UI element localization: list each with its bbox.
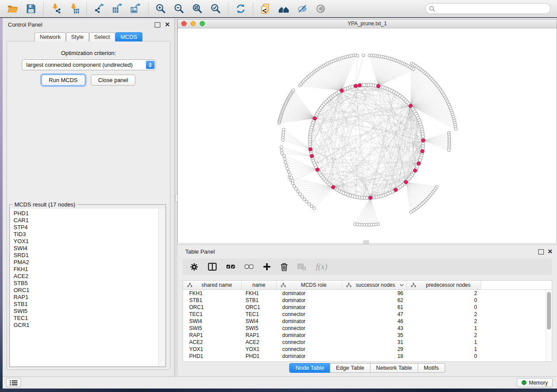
cell-name: SWI5 — [242, 325, 277, 332]
birds-eye-view-button[interactable] — [312, 2, 329, 16]
cell-mcds-role: connector — [277, 346, 342, 353]
export-table-button[interactable] — [109, 2, 126, 16]
select-all-button[interactable] — [226, 264, 235, 269]
mcds-result-item[interactable]: STB1 — [14, 301, 165, 308]
run-mcds-button[interactable]: Run MCDS — [42, 75, 85, 86]
criterion-select[interactable]: largest connected component (undirected) — [22, 59, 156, 70]
network-document-button[interactable] — [257, 2, 274, 16]
cell-mcds-role: dominator — [277, 353, 342, 360]
export-image-button[interactable] — [128, 2, 144, 16]
zoom-fit-button[interactable] — [189, 2, 206, 16]
result-list-scrollbar[interactable] — [158, 209, 165, 366]
network-window-title: YPA_prune.txt_1 — [178, 21, 557, 27]
table-row[interactable]: YOX1YOX1connector291 — [183, 346, 546, 353]
tab-motifs[interactable]: Motifs — [418, 363, 445, 373]
mcds-result-item[interactable]: SRD1 — [14, 252, 165, 259]
float-panel-icon[interactable] — [155, 22, 160, 28]
cell-mcds-role: dominator — [277, 318, 342, 325]
mcds-result-item[interactable]: PHD1 — [14, 210, 165, 217]
mcds-result-item[interactable]: FKH1 — [14, 266, 165, 273]
delete-table-button[interactable] — [298, 263, 306, 271]
eye-icon — [315, 3, 326, 14]
close-panel-icon[interactable]: ✕ — [165, 22, 170, 27]
add-row-button[interactable] — [263, 263, 271, 271]
show-columns-button[interactable] — [208, 263, 217, 271]
column-header-name[interactable]: name — [242, 281, 277, 289]
cell-name: YOX1 — [242, 346, 277, 353]
mcds-result-item[interactable]: TID3 — [14, 231, 165, 238]
tab-node-table[interactable]: Node Table — [289, 363, 330, 373]
table-row[interactable]: ACE2ACE2connector311 — [183, 339, 546, 346]
table-row[interactable]: ORC1ORC1dominator610 — [183, 304, 546, 311]
mcds-result-item[interactable]: SWI5 — [14, 308, 165, 315]
mcds-result-item[interactable]: TEC1 — [14, 315, 165, 322]
panel-list-button[interactable] — [6, 378, 21, 387]
save-session-button[interactable] — [23, 2, 39, 16]
mcds-result-item[interactable]: GCR1 — [14, 322, 165, 329]
import-network-button[interactable] — [48, 2, 64, 16]
export-network-icon — [93, 3, 105, 14]
node-table: shared name name MCDS role successor nod… — [183, 280, 552, 362]
tab-select[interactable]: Select — [89, 32, 115, 41]
export-image-icon — [130, 3, 142, 14]
scrollbar-thumb[interactable] — [547, 292, 551, 330]
hierarchy-icon — [346, 283, 351, 287]
cell-predecessor-nodes: 2 — [407, 318, 481, 325]
mcds-result-item[interactable]: PMA2 — [14, 259, 165, 266]
mcds-result-item[interactable]: CAR1 — [14, 217, 165, 224]
network-canvas[interactable] — [178, 28, 557, 243]
table-row[interactable]: FKH1FKH1dominator962 — [183, 290, 546, 297]
mcds-result-list[interactable]: PHD1CAR1STP4TID3YOX1SWI4SRD1PMA2FKH1ACE2… — [10, 209, 165, 366]
table-row[interactable]: TEC1TEC1connector472 — [183, 311, 546, 318]
table-row[interactable]: RAP1RAP1dominator352 — [183, 332, 546, 339]
column-header-shared-name[interactable]: shared name — [183, 281, 242, 289]
function-builder-button[interactable]: f(x) — [316, 262, 327, 272]
gear-icon — [190, 263, 198, 271]
export-network-button[interactable] — [91, 2, 107, 16]
tab-style[interactable]: Style — [66, 32, 89, 41]
toggle-graphics-details-button[interactable] — [294, 2, 311, 16]
close-panel-button[interactable]: Close panel — [91, 75, 136, 86]
table-row[interactable]: SWI4SWI4dominator462 — [183, 318, 546, 325]
network-window-titlebar[interactable]: YPA_prune.txt_1 — [178, 20, 557, 28]
table-row[interactable]: PHD1PHD1dominator180 — [183, 353, 546, 360]
memory-button[interactable]: Memory — [517, 378, 553, 387]
mcds-result-item[interactable]: RAP1 — [14, 294, 165, 301]
search-box — [425, 3, 551, 14]
cell-shared-name: RAP1 — [183, 332, 242, 339]
tab-network[interactable]: Network — [35, 32, 66, 41]
search-input[interactable] — [437, 4, 550, 14]
mcds-result-item[interactable]: SWI4 — [14, 245, 165, 252]
table-settings-button[interactable] — [190, 263, 198, 271]
mcds-result-item[interactable]: ACE2 — [14, 273, 165, 280]
cell-predecessor-nodes: 2 — [407, 311, 481, 318]
tab-edge-table[interactable]: Edge Table — [330, 363, 370, 373]
mcds-result-item[interactable]: YOX1 — [14, 238, 165, 245]
close-table-panel-icon[interactable]: ✕ — [547, 249, 553, 254]
mcds-result-item[interactable]: STP4 — [14, 224, 165, 231]
deselect-all-button[interactable] — [245, 264, 253, 269]
delete-row-button[interactable] — [280, 263, 288, 271]
zoom-out-button[interactable] — [171, 2, 187, 16]
cell-predecessor-nodes: 1 — [407, 325, 481, 332]
tab-network-table[interactable]: Network Table — [370, 363, 418, 373]
column-header-mcds-role[interactable]: MCDS role — [277, 281, 342, 289]
column-header-predecessor-nodes[interactable]: predecessor nodes — [407, 281, 481, 289]
table-row[interactable]: STB1STB1dominator620 — [183, 297, 546, 304]
table-scrollbar[interactable] — [546, 290, 552, 361]
refresh-layout-button[interactable] — [232, 2, 249, 16]
zoom-in-button[interactable] — [152, 2, 169, 16]
float-table-panel-icon[interactable] — [538, 249, 544, 254]
mcds-result-item[interactable]: STB5 — [14, 280, 165, 287]
mcds-result-item[interactable]: ORC1 — [14, 287, 165, 294]
import-table-button[interactable] — [66, 2, 83, 16]
mcds-result-group: MCDS result (17 nodes) PHD1CAR1STP4TID3Y… — [9, 204, 166, 367]
table-row[interactable]: SWI5SWI5connector431 — [183, 325, 546, 332]
horizontal-splitter[interactable] — [363, 241, 369, 244]
column-header-successor-nodes[interactable]: successor nodes — [342, 281, 407, 289]
welcome-screen-button[interactable] — [276, 2, 292, 16]
zoom-selected-button[interactable] — [208, 2, 224, 16]
open-session-button[interactable] — [4, 2, 21, 16]
tab-mcds[interactable]: MCDS — [115, 32, 142, 41]
hierarchy-icon — [187, 283, 192, 287]
